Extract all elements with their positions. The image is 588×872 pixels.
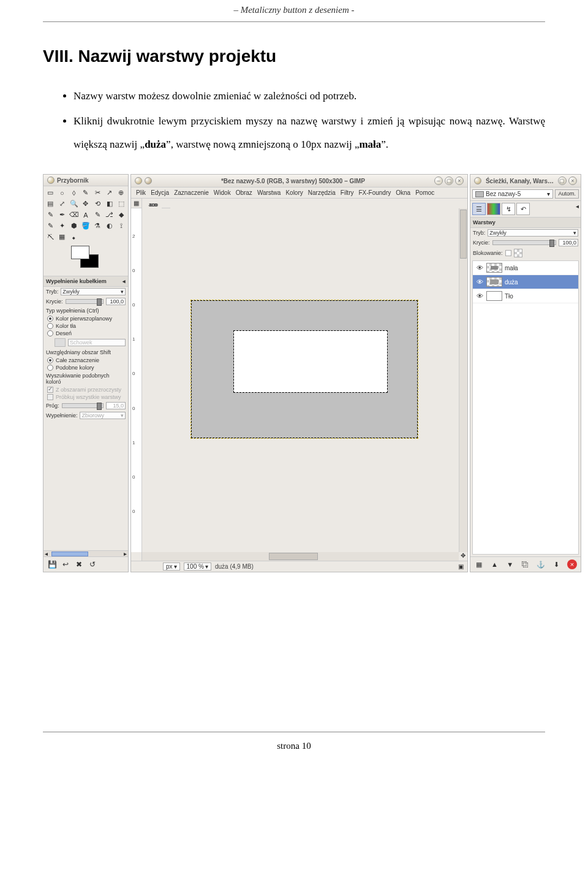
anchor-layer-icon[interactable]: ⚓ [536,559,546,569]
tool-17[interactable]: A [80,210,91,220]
tool-29[interactable]: ▦ [56,232,67,242]
menu-widok[interactable]: Widok [214,189,231,196]
auto-button[interactable]: Autom. [555,189,579,199]
tool-16[interactable]: ⌫ [69,210,80,220]
zoom-combo[interactable]: 100 %▾ [184,563,211,571]
menu-fx-foundry[interactable]: FX-Foundry [358,189,391,196]
tool-7[interactable]: ▤ [45,199,56,209]
maximize-icon[interactable]: ▢ [445,176,453,185]
tool-4[interactable]: ✂ [92,188,103,198]
tool-11[interactable]: ⟲ [92,199,103,209]
layer-mode-combo[interactable]: Zwykły▾ [488,229,578,237]
area-all-radio[interactable]: Całe zaznaczenie [43,357,128,364]
close-icon[interactable]: × [455,176,464,185]
tool-19[interactable]: ⎇ [104,210,115,220]
area-similar-radio[interactable]: Podobne kolory [43,364,128,371]
menu-okna[interactable]: Okna [396,189,410,196]
minimize-icon[interactable]: – [434,176,443,185]
opacity-slider[interactable] [66,299,104,304]
menu-obraz[interactable]: Obraz [236,189,252,196]
menu-pomoc[interactable]: Pomoc [415,189,434,196]
fill-pattern-radio[interactable]: Deseń [43,330,128,337]
tool-6[interactable]: ⊕ [116,188,127,198]
tool-31[interactable] [80,232,91,242]
tool-2[interactable]: ◊ [69,188,80,198]
tool-options-menu-icon[interactable]: ◂ [123,278,126,284]
raise-layer-icon[interactable]: ▲ [489,559,499,569]
tool-23[interactable]: ⬢ [69,221,80,231]
fgbg-swatch[interactable] [62,246,110,273]
horizontal-scrollbar[interactable] [142,552,459,561]
maximize-icon[interactable]: ▢ [558,176,567,185]
ruler-vertical[interactable]: 200100100 [131,208,142,552]
save-options-icon[interactable]: 💾 [47,559,57,569]
canvas-viewport[interactable] [142,208,459,552]
tool-24[interactable]: 🪣 [80,221,91,231]
merge-layer-icon[interactable]: ⬇ [552,559,562,569]
delete-layer-icon[interactable]: × [567,559,577,569]
nav-icon[interactable]: ✥ [459,552,467,561]
pattern-thumb[interactable] [55,338,66,347]
menu-zaznaczenie[interactable]: Zaznaczenie [174,189,209,196]
qmask-corner[interactable] [131,552,142,561]
image-combo[interactable]: Bez nazwy-5 ▾ [472,189,553,199]
tool-33[interactable] [104,232,115,242]
delete-options-icon[interactable]: ✖ [74,559,84,569]
menu-warstwa[interactable]: Warstwa [257,189,281,196]
tool-27[interactable]: ⟟ [116,221,127,231]
layers-tab-icon[interactable]: ☰ [472,203,486,215]
eye-icon[interactable]: 👁 [475,292,484,300]
fg-color[interactable] [71,246,89,259]
tool-1[interactable]: ○ [56,188,67,198]
fill-bg-radio[interactable]: Kolor tła [43,322,128,330]
vertical-scrollbar[interactable] [459,208,467,552]
lock-alpha-check[interactable] [514,249,522,257]
eye-icon[interactable]: 👁 [475,278,484,286]
menu-edycja[interactable]: Edycja [151,189,169,196]
duplicate-layer-icon[interactable]: ⿻ [521,559,530,569]
tool-5[interactable]: ↗ [104,188,115,198]
tab-menu-icon[interactable]: ◂ [576,203,579,215]
layer-name[interactable]: mała [505,265,518,271]
tool-28[interactable]: ⛏ [45,232,56,242]
mode-combo[interactable]: Zwykły▾ [61,288,126,295]
paths-tab-icon[interactable]: ↯ [502,203,515,215]
menu-filtry[interactable]: Filtry [341,189,354,196]
qmask-toggle[interactable]: ▦ [131,199,142,208]
layer-row-duza[interactable]: 👁 duża [473,275,578,289]
restore-options-icon[interactable]: ↩ [61,559,70,569]
tool-14[interactable]: ✎ [45,210,56,220]
tool-34[interactable] [116,232,127,242]
tool-9[interactable]: 🔍 [69,199,80,209]
channels-tab-icon[interactable] [487,203,500,215]
tool-13[interactable]: ⬚ [116,199,127,209]
fill-fg-radio[interactable]: Kolor pierwszoplanowy [43,315,128,322]
new-layer-icon[interactable]: ▦ [474,559,484,569]
tool-18[interactable]: ✎ [92,210,103,220]
tool-26[interactable]: ◐ [104,221,115,231]
lower-layer-icon[interactable]: ▼ [505,559,515,569]
layer-row-mala[interactable]: 👁 mała [473,261,578,275]
tool-3[interactable]: ✎ [80,188,91,198]
tool-12[interactable]: ◧ [104,199,115,209]
tool-30[interactable]: ⬥ [69,232,80,242]
toolbox-hscroll[interactable]: ◂▸ [43,550,128,556]
layer-name[interactable]: Tło [505,293,513,300]
tool-25[interactable]: ⚗ [92,221,103,231]
layer-name[interactable]: duża [505,279,518,286]
pattern-combo[interactable]: Schowek [68,339,126,346]
menu-plik[interactable]: Plik [136,189,146,196]
reset-options-icon[interactable]: ↺ [88,559,97,569]
layer-row-tlo[interactable]: 👁 Tło [473,289,578,303]
opacity-value[interactable]: 100,0 [106,298,126,305]
toolbox-titlebar[interactable]: Przybornik [43,175,128,186]
rdock-titlebar[interactable]: Ścieżki, Kanały, Wars… ▢ × [470,175,581,188]
layer-opacity-value[interactable]: 100,0 [559,239,578,246]
tool-32[interactable] [92,232,103,242]
tool-21[interactable]: ✎ [45,221,56,231]
lock-pixels-check[interactable] [505,250,511,256]
eye-icon[interactable]: 👁 [475,264,484,271]
menu-narzędzia[interactable]: Narzędzia [308,189,336,196]
tool-20[interactable]: ◆ [116,210,127,220]
tool-10[interactable]: ✥ [80,199,91,209]
